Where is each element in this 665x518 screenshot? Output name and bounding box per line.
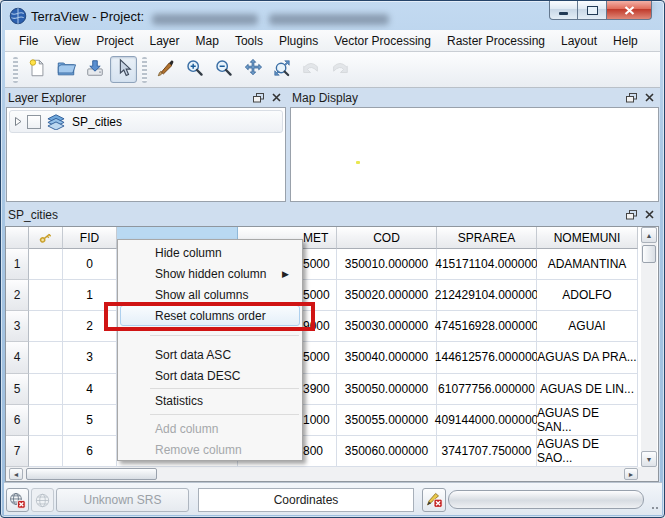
close-button[interactable] [607,1,652,20]
cell-key-row1[interactable] [29,249,63,280]
cell-nomemuni-row4[interactable]: AGUAS DA PRA... [537,342,638,373]
draw-style-button[interactable] [152,56,179,83]
menu-vector-processing[interactable]: Vector Processing [326,31,439,51]
cell-fid-row5[interactable]: 4 [63,374,117,405]
coordinates-field[interactable]: Coordinates [198,488,414,512]
scroll-left-button[interactable]: ◄ [9,468,23,480]
pointer-tool-button[interactable] [110,56,137,83]
zoom-in-button[interactable] [181,56,208,83]
cell-fid-row1[interactable]: 0 [63,249,117,280]
cell-cod-row3[interactable]: 350030.000000 [337,311,437,342]
cell-cod-row4[interactable]: 350040.000000 [337,342,437,373]
horizontal-scroll-thumb[interactable] [26,468,157,480]
cell-sprarea-row5[interactable]: 61077756.000000 [437,374,537,405]
cell-key-row7[interactable] [29,436,63,467]
float-panel-button[interactable] [624,208,638,221]
layer-visibility-checkbox[interactable] [27,115,41,129]
cell-cod-row2[interactable]: 350020.000000 [337,280,437,311]
maximize-button[interactable] [578,1,607,20]
menu-layer[interactable]: Layer [142,31,188,51]
cell-key-row2[interactable] [29,280,63,311]
cell-cod-row7[interactable]: 350060.000000 [337,436,437,467]
cell-sprarea-row2[interactable]: 212429104.000000 [437,280,537,311]
cell-sprarea-row6[interactable]: 409144000.000000 [437,405,537,436]
annotation-highlight-box [104,302,315,331]
scroll-right-button[interactable]: ► [624,468,638,480]
menu-item-sort-data-desc[interactable]: Sort data DESC [120,365,300,386]
menu-map[interactable]: Map [188,31,227,51]
menu-project[interactable]: Project [88,31,141,51]
vertical-scrollbar[interactable] [641,227,657,467]
scroll-up-button[interactable]: ▲ [641,227,657,243]
menu-item-hide-column[interactable]: Hide column [120,242,300,263]
menu-layout[interactable]: Layout [553,31,605,51]
cell-nomemuni-row3[interactable]: AGUAI [537,311,638,342]
minimize-button[interactable] [549,1,578,20]
zoom-extent-button[interactable] [268,56,295,83]
float-panel-button[interactable] [624,91,638,104]
map-display-canvas[interactable] [290,107,659,202]
unknown-srs-button[interactable]: Unknown SRS [56,488,189,512]
cell-key-row6[interactable] [29,405,63,436]
menu-item-sort-data-asc[interactable]: Sort data ASC [120,344,300,365]
cell-key-row5[interactable] [29,374,63,405]
srs-globe-button[interactable] [31,488,54,512]
layer-item-sp-cities[interactable]: SP_cities [9,110,283,133]
cell-nomemuni-row5[interactable]: AGUAS DE LIN... [537,374,638,405]
save-project-button[interactable] [81,56,108,83]
vertical-scroll-thumb[interactable] [642,245,656,263]
coordinate-edit-button[interactable] [422,488,446,512]
cell-sprarea-row4[interactable]: 144612576.000000 [437,342,537,373]
scroll-down-button[interactable]: ▼ [641,451,657,467]
cell-sprarea-row1[interactable]: 415171104.000000 [437,249,537,280]
column-header-sprarea[interactable]: SPRAREA [437,227,537,249]
cell-nomemuni-row2[interactable]: ADOLFO [537,280,638,311]
close-panel-button[interactable] [642,91,656,104]
column-header-cod[interactable]: COD [337,227,437,249]
close-panel-button[interactable] [269,91,283,104]
cell-fid-row7[interactable]: 6 [63,436,117,467]
expand-arrow-icon[interactable] [14,116,23,127]
pan-button[interactable] [239,56,266,83]
column-header-key[interactable] [29,227,63,249]
window-controls [549,1,652,20]
menu-raster-processing[interactable]: Raster Processing [439,31,553,51]
title-bar[interactable]: TerraView - Project: [1,1,664,30]
cell-nomemuni-row6[interactable]: AGUAS DE SAN... [537,405,638,436]
cell-cod-row1[interactable]: 350010.000000 [337,249,437,280]
toolbar-drag-handle[interactable] [142,57,147,83]
zoom-out-button[interactable] [210,56,237,83]
size-grip[interactable] [651,502,659,510]
column-context-menu: Hide columnShow hidden column▶Show all c… [117,239,303,461]
toolbar-drag-handle[interactable] [13,57,18,83]
new-project-button[interactable] [23,56,50,83]
layer-name: SP_cities [72,115,122,129]
stop-drawing-button[interactable] [6,488,29,512]
column-header-fid[interactable]: FID [63,227,117,249]
cell-key-row4[interactable] [29,342,63,373]
column-header-rownum[interactable] [6,227,29,249]
row-header-4: 4 [6,342,29,373]
cell-nomemuni-row1[interactable]: ADAMANTINA [537,249,638,280]
menu-file[interactable]: File [11,31,46,51]
menu-tools[interactable]: Tools [227,31,271,51]
column-header-nomemuni[interactable]: NOMEMUNI [537,227,638,249]
cell-nomemuni-row7[interactable]: AGUAS DE SAO... [537,436,638,467]
menu-view[interactable]: View [46,31,88,51]
attribute-table[interactable]: FIDMETCODSPRAREANOMEMUNI105000350010.000… [5,226,659,482]
cell-sprarea-row3[interactable]: 474516928.000000 [437,311,537,342]
menu-help[interactable]: Help [605,31,646,51]
cell-key-row3[interactable] [29,311,63,342]
cell-sprarea-row7[interactable]: 3741707.750000 [437,436,537,467]
cell-fid-row4[interactable]: 3 [63,342,117,373]
close-panel-button[interactable] [642,208,656,221]
float-panel-button[interactable] [251,91,265,104]
menu-item-show-hidden-column[interactable]: Show hidden column▶ [120,263,300,284]
cell-cod-row6[interactable]: 350055.000000 [337,405,437,436]
cell-fid-row6[interactable]: 5 [63,405,117,436]
menu-item-statistics[interactable]: Statistics [120,390,300,411]
key-icon [38,230,53,245]
menu-plugins[interactable]: Plugins [271,31,326,51]
open-project-button[interactable] [52,56,79,83]
cell-cod-row5[interactable]: 350050.000000 [337,374,437,405]
